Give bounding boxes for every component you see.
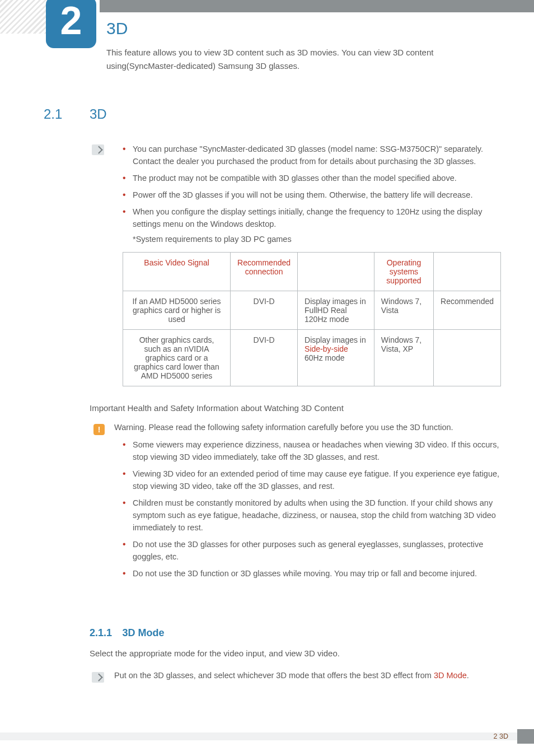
section-title: 3D (90, 106, 107, 122)
subsection-note-text: Put on the 3D glasses, and select whiche… (114, 671, 503, 680)
table-cell: Recommended (434, 291, 501, 330)
section-number: 2.1 (44, 106, 62, 122)
note-item: You can purchase "SyncMaster-dedicated 3… (123, 143, 503, 167)
table-header (298, 253, 374, 291)
chapter-title: 3D (106, 19, 128, 38)
note-text: Put on the 3D glasses, and select whiche… (114, 671, 434, 680)
footer-label: 2 3D (494, 732, 508, 740)
warning-block: ! Warning. Please read the following saf… (92, 423, 503, 584)
note-item: The product may not be compatible with 3… (123, 172, 503, 184)
subsection-body: Select the appropriate mode for the vide… (90, 648, 500, 658)
warning-item: Do not use the 3D function or 3D glasses… (123, 567, 503, 580)
table-cell: Display images in Side-by-side 60Hz mode (298, 330, 374, 386)
chapter-number-badge: 2 (46, 0, 96, 48)
table-cell: If an AMD HD5000 series graphics card or… (123, 291, 231, 330)
table-header: Operating systems supported (374, 253, 433, 291)
chapter-number: 2 (60, 0, 82, 43)
header-top-bar (100, 0, 534, 12)
note-subtext: *System requirements to play 3D PC games (133, 235, 503, 244)
warning-item: Children must be constantly monitored by… (123, 497, 503, 534)
warning-item: Viewing 3D video for an extended period … (123, 468, 503, 492)
subsection-title: 3D Mode (123, 627, 165, 638)
subsection-number: 2.1.1 (90, 627, 112, 638)
table-header: Recommended connection (231, 253, 298, 291)
table-cell: Windows 7, Vista (374, 291, 433, 330)
footer-bar (0, 732, 534, 740)
cell-highlight: Side-by-side (305, 344, 348, 353)
cell-text: Display images in FullHD Real 120Hz mode (305, 297, 366, 324)
warning-lead: Warning. Please read the following safet… (114, 423, 503, 432)
table-header (434, 253, 501, 291)
note-highlight: 3D Mode (434, 671, 467, 680)
table-cell: Display images in FullHD Real 120Hz mode (298, 291, 374, 330)
table-cell: DVI-D (231, 330, 298, 386)
info-note-block: You can purchase "SyncMaster-dedicated 3… (92, 143, 503, 244)
table-header: Basic Video Signal (123, 253, 231, 291)
chapter-intro: This feature allows you to view 3D conte… (106, 46, 500, 73)
cell-text: Display images in (305, 335, 366, 344)
table-row: Other graphics cards, such as an nVIDIA … (123, 330, 501, 386)
note-icon (92, 672, 104, 685)
table-cell: Other graphics cards, such as an nVIDIA … (123, 330, 231, 386)
footer-stub (517, 729, 534, 744)
table-cell (434, 330, 501, 386)
warning-item: Some viewers may experience dizziness, n… (123, 438, 503, 463)
table-cell: Windows 7, Vista, XP (374, 330, 433, 386)
health-heading: Important Health and Safety Information … (90, 403, 344, 413)
system-requirements-table: Basic Video Signal Recommended connectio… (123, 252, 501, 386)
page-footer: 2 3D (0, 729, 534, 744)
note-text: . (467, 671, 469, 680)
table-header-row: Basic Video Signal Recommended connectio… (123, 253, 501, 291)
table-row: If an AMD HD5000 series graphics card or… (123, 291, 501, 330)
note-item: When you configure the display settings … (123, 206, 503, 230)
warning-icon: ! (93, 424, 105, 435)
subsection-note: Put on the 3D glasses, and select whiche… (92, 671, 503, 680)
cell-text: 60Hz mode (305, 353, 345, 362)
warning-item: Do not use the 3D glasses for other purp… (123, 538, 503, 563)
note-icon (92, 144, 104, 157)
table-cell: DVI-D (231, 291, 298, 330)
note-item: Power off the 3D glasses if you will not… (123, 189, 503, 201)
